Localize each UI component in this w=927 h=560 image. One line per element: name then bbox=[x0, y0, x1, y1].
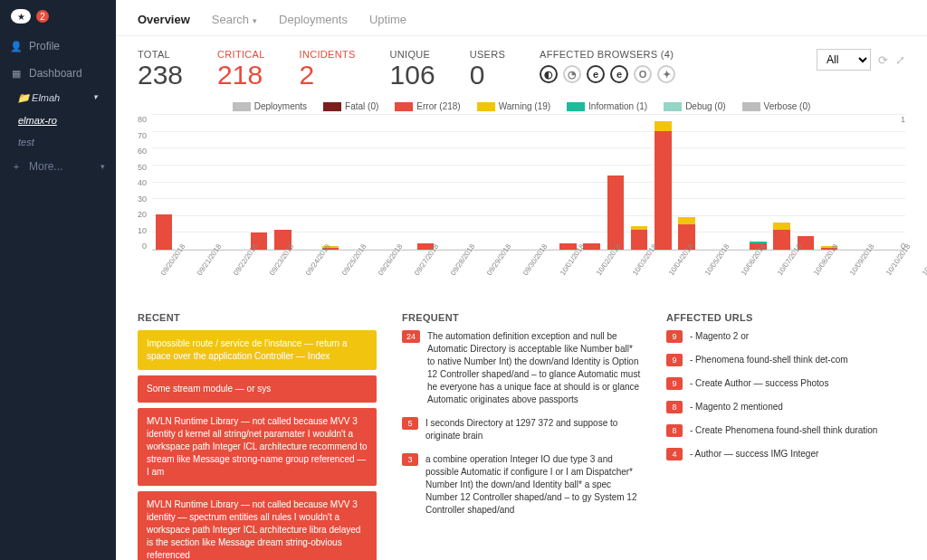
affected-urls-list: AFFECTED URLS 9- Magento 2 or9- Phenomen… bbox=[666, 312, 905, 560]
notification-badge[interactable]: 2 bbox=[36, 10, 49, 23]
metric-users: USERS 0 bbox=[470, 49, 505, 89]
y-axis: 80706050403020100 bbox=[138, 115, 152, 251]
sidebar-item-label: Dashboard bbox=[29, 67, 82, 80]
dashboard-icon: ▦ bbox=[11, 68, 22, 79]
url-item[interactable]: 9- Phenomena found-shell think det-com bbox=[666, 354, 905, 366]
sidebar-item-profile[interactable]: 👤 Profile bbox=[0, 33, 116, 60]
count-badge: 9 bbox=[666, 330, 683, 343]
recent-list: RECENT Impossible route / service de l'i… bbox=[138, 312, 377, 560]
bar[interactable] bbox=[770, 223, 794, 250]
x-axis: 09/20/201809/21/201809/22/201809/23/2018… bbox=[138, 272, 905, 308]
chevron-down-icon: ▾ bbox=[93, 92, 98, 104]
y-axis-right: 10 bbox=[901, 115, 905, 251]
tab-overview[interactable]: Overview bbox=[138, 13, 190, 26]
recent-item[interactable]: MVLN Runtime Library — not called becaus… bbox=[138, 491, 377, 560]
count-badge: 5 bbox=[402, 417, 418, 430]
ie-icon: e bbox=[587, 65, 605, 83]
count-badge: 9 bbox=[666, 354, 683, 366]
frequent-item[interactable]: 5I seconds Directory at 1297 372 and sup… bbox=[402, 417, 641, 442]
chart-legend: Deployments Fatal (0) Error (218) Warnin… bbox=[138, 101, 905, 111]
frequent-item[interactable]: 24The automation definition exception an… bbox=[402, 330, 641, 406]
main-content: Overview Search▾ Deployments Uptime TOTA… bbox=[116, 0, 927, 560]
metric-critical: CRITICAL 218 bbox=[217, 49, 265, 89]
count-badge: 8 bbox=[666, 424, 683, 437]
count-badge: 24 bbox=[402, 330, 420, 343]
metric-unique: UNIQUE 106 bbox=[390, 49, 435, 89]
count-badge: 9 bbox=[666, 377, 683, 390]
sidebar: 2 👤 Profile ▦ Dashboard 📁 Elmah ▾ elmax-… bbox=[0, 0, 116, 560]
sidebar-item-more[interactable]: + More... ▾ bbox=[0, 153, 116, 180]
affected-browsers: AFFECTED BROWSERS (4) ◐ ◔ e e O ✦ bbox=[540, 49, 675, 83]
profile-icon: 👤 bbox=[11, 41, 22, 52]
frequent-list: FREQUENT 24The automation definition exc… bbox=[402, 312, 641, 560]
tab-uptime[interactable]: Uptime bbox=[369, 13, 406, 26]
metric-incidents: INCIDENTS 2 bbox=[300, 49, 356, 89]
sidebar-sub-item[interactable]: test bbox=[0, 131, 116, 153]
metric-total: TOTAL 238 bbox=[138, 49, 183, 89]
events-chart: Deployments Fatal (0) Error (218) Warnin… bbox=[116, 94, 927, 308]
caret-down-icon: ▾ bbox=[253, 16, 257, 25]
chevron-down-icon: ▾ bbox=[100, 162, 105, 171]
recent-item[interactable]: Impossible route / service de l'instance… bbox=[138, 330, 377, 370]
tab-search[interactable]: Search▾ bbox=[212, 13, 257, 26]
filter-controls: All ⟳ ⤢ bbox=[817, 49, 905, 71]
url-item[interactable]: 9- Magento 2 or bbox=[666, 330, 905, 343]
frequent-item[interactable]: 3a combine operation Integer IO due type… bbox=[402, 453, 641, 517]
tab-deployments[interactable]: Deployments bbox=[279, 13, 348, 26]
url-item[interactable]: 8- Create Phenomena found-shell think du… bbox=[666, 424, 905, 437]
bar[interactable] bbox=[651, 121, 674, 251]
count-badge: 4 bbox=[666, 448, 683, 460]
expand-icon[interactable]: ⤢ bbox=[895, 53, 905, 67]
url-item[interactable]: 4- Author — success IMG Integer bbox=[666, 448, 905, 460]
url-item[interactable]: 8- Magento 2 mentioned bbox=[666, 401, 905, 413]
count-badge: 8 bbox=[666, 401, 683, 413]
logo-row: 2 bbox=[0, 0, 116, 33]
refresh-icon[interactable]: ⟳ bbox=[878, 53, 888, 67]
bar[interactable] bbox=[604, 176, 627, 251]
logo-icon bbox=[11, 9, 31, 24]
edge-icon: e bbox=[610, 65, 628, 83]
sidebar-item-label: Profile bbox=[29, 40, 60, 52]
tab-bar: Overview Search▾ Deployments Uptime bbox=[116, 0, 927, 36]
metrics-row: TOTAL 238 CRITICAL 218 INCIDENTS 2 UNIQU… bbox=[116, 36, 927, 94]
plus-icon: + bbox=[11, 161, 22, 172]
lists-row: RECENT Impossible route / service de l'i… bbox=[116, 308, 927, 560]
count-badge: 3 bbox=[402, 453, 418, 466]
sidebar-item-label: More... bbox=[29, 160, 62, 173]
recent-item[interactable]: MVLN Runtime Library — not called becaus… bbox=[138, 408, 377, 486]
sidebar-project[interactable]: 📁 Elmah ▾ bbox=[0, 87, 116, 109]
sidebar-item-dashboard[interactable]: ▦ Dashboard bbox=[0, 60, 116, 87]
folder-icon: 📁 bbox=[18, 93, 29, 104]
firefox-icon: ◔ bbox=[563, 65, 581, 83]
filter-select[interactable]: All bbox=[817, 49, 871, 71]
bar[interactable] bbox=[627, 226, 651, 250]
sidebar-sub-item[interactable]: elmax-ro bbox=[0, 109, 116, 131]
safari-icon: ✦ bbox=[657, 65, 675, 83]
bar[interactable] bbox=[152, 214, 176, 250]
recent-item[interactable]: Some stream module — or sys bbox=[138, 375, 377, 403]
opera-icon: O bbox=[634, 65, 652, 83]
plot-area: 10 bbox=[152, 115, 905, 251]
url-item[interactable]: 9- Create Author — success Photos bbox=[666, 377, 905, 390]
chrome-icon: ◐ bbox=[540, 65, 558, 83]
